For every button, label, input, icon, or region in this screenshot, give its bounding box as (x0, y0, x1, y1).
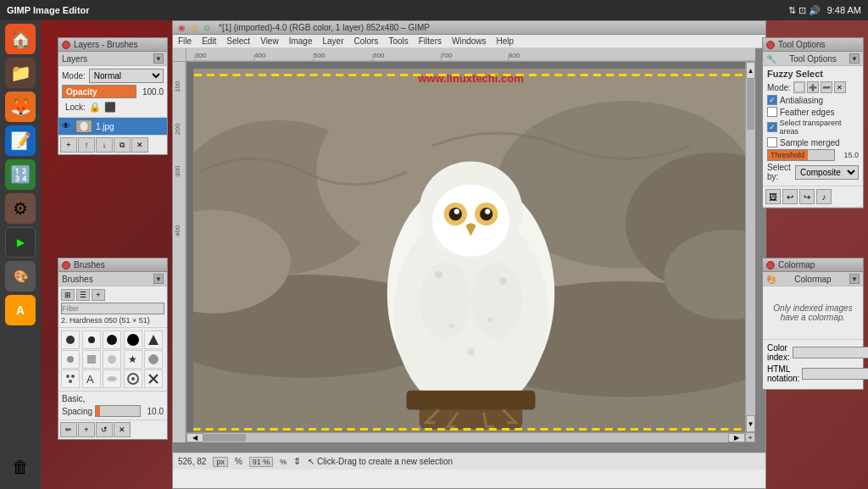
layers-menu-btn[interactable]: ▼ (153, 53, 164, 64)
brush-list-view-btn[interactable]: ☰ (76, 289, 90, 301)
scrollbar-bottom[interactable]: ◀ ▶ (186, 432, 745, 442)
brush-item[interactable] (82, 350, 101, 369)
dock-firefox[interactable]: 🦊 (5, 92, 36, 122)
lock-alpha-icon[interactable]: ⬛ (104, 102, 116, 113)
brush-item[interactable] (124, 331, 142, 349)
fuzzy-select-title: Fuzzy Select (767, 69, 859, 79)
menu-file[interactable]: File (178, 36, 192, 46)
menu-help[interactable]: Help (497, 36, 515, 46)
to-icon-2[interactable]: ↩ (782, 189, 798, 204)
dock-settings[interactable]: ⚙ (5, 193, 36, 224)
scrollbar-up-btn[interactable]: ▲ (746, 62, 755, 79)
scrollbar-horiz-thumb[interactable] (203, 434, 246, 442)
colormap-close-btn[interactable] (766, 261, 775, 270)
dock-files[interactable]: 📁 (5, 58, 36, 88)
feather-checkbox[interactable] (767, 107, 777, 117)
dock-text-editor[interactable]: 📝 (5, 125, 36, 156)
antialiasing-checkbox[interactable]: ✓ (767, 95, 777, 105)
brush-item[interactable] (61, 331, 80, 349)
image-canvas[interactable]: www.linuxtechi.com (193, 69, 748, 436)
brush-refresh-btn[interactable]: ↺ (96, 422, 113, 437)
dock-amazon[interactable]: A (5, 295, 36, 325)
duplicate-layer-btn[interactable]: ⧉ (114, 137, 131, 153)
brush-item[interactable] (144, 370, 163, 388)
brush-item[interactable] (144, 350, 163, 369)
threshold-bar[interactable]: Threshold (767, 149, 835, 161)
scrollbar-right[interactable]: ▲ ▼ (745, 62, 755, 432)
scrollbar-left-btn[interactable]: ◀ (186, 433, 203, 442)
select-by-select[interactable]: Composite Red Green Blue (795, 165, 859, 180)
dock-trash[interactable]: 🗑 (5, 452, 36, 482)
status-unit[interactable]: px (213, 457, 228, 467)
transparent-checkbox[interactable]: ✓ (767, 122, 777, 132)
brush-item[interactable] (82, 331, 101, 349)
menu-edit[interactable]: Edit (202, 36, 216, 46)
layers-close-btn[interactable] (62, 41, 70, 49)
html-notation-input[interactable] (802, 368, 868, 380)
menu-colors[interactable]: Colors (353, 36, 378, 46)
zoom-pct: % (280, 458, 287, 466)
tool-options-menu-btn[interactable]: ▼ (849, 53, 860, 64)
brush-item[interactable] (124, 370, 142, 388)
brush-item[interactable] (103, 350, 121, 369)
canvas-close-btn[interactable]: ◉ (178, 23, 186, 32)
spacing-bar[interactable] (95, 405, 141, 417)
menu-image[interactable]: Image (289, 36, 313, 46)
dock-gimp[interactable]: 🎨 (5, 261, 36, 292)
lock-pixel-icon[interactable]: 🔒 (89, 102, 101, 113)
image-viewport[interactable]: www.linuxtechi.com ▲ ▼ ◀ ▶ + (186, 62, 755, 442)
lower-layer-btn[interactable]: ↓ (96, 137, 113, 153)
menu-select[interactable]: Select (226, 36, 250, 46)
mode-replace-btn[interactable]: ⬜ (793, 81, 805, 93)
brush-item[interactable] (144, 331, 163, 349)
brushes-close-btn[interactable] (62, 261, 70, 270)
brush-item[interactable] (61, 370, 80, 388)
tool-options-close-btn[interactable] (766, 41, 775, 49)
brush-grid-view-btn[interactable]: ⊞ (61, 289, 75, 301)
menu-tools[interactable]: Tools (388, 36, 408, 46)
menu-layer[interactable]: Layer (322, 36, 343, 46)
mode-intersect-btn[interactable]: ✕ (834, 81, 846, 93)
to-icon-1[interactable]: 🖼 (765, 189, 781, 204)
brush-new-btn[interactable]: + (78, 422, 95, 437)
mode-subtract-btn[interactable]: ➖ (821, 81, 832, 93)
brush-item[interactable] (103, 331, 121, 349)
colormap-menu-btn[interactable]: ▼ (849, 274, 860, 284)
brush-item[interactable] (61, 350, 80, 369)
brush-item[interactable]: ★ (124, 350, 142, 369)
delete-layer-btn[interactable]: ✕ (131, 137, 148, 153)
layer-item[interactable]: 👁 1.jpg (58, 118, 167, 135)
brushes-menu-btn[interactable]: ▼ (153, 274, 164, 284)
menu-windows[interactable]: Windows (452, 36, 487, 46)
scrollbar-right-btn[interactable]: ▶ (728, 433, 745, 442)
sample-checkbox[interactable] (767, 137, 777, 147)
new-layer-btn[interactable]: + (60, 137, 77, 153)
raise-layer-btn[interactable]: ↑ (78, 137, 95, 153)
color-index-input[interactable] (793, 347, 868, 358)
menu-filters[interactable]: Filters (419, 36, 442, 46)
brush-item[interactable] (103, 370, 121, 388)
brush-edit-btn[interactable]: ✏ (60, 422, 77, 437)
canvas-area: 300 400 500 600 700 800 (173, 48, 765, 453)
dock-calc[interactable]: 🔢 (5, 159, 36, 190)
dock-ubuntu[interactable]: 🏠 (5, 24, 36, 54)
brush-zoom-in-btn[interactable]: + (92, 289, 105, 301)
layer-visibility-icon[interactable]: 👁 (62, 121, 72, 131)
dock-terminal[interactable]: ▶ (5, 227, 36, 258)
opacity-bar[interactable]: Opacity (62, 85, 136, 98)
mode-add-btn[interactable]: ➕ (807, 81, 819, 93)
brush-delete-btn[interactable]: ✕ (114, 422, 131, 437)
mode-select[interactable]: Normal (89, 69, 164, 83)
canvas-maximize-btn[interactable]: ⊙ (203, 23, 210, 32)
brush-item[interactable]: A (82, 370, 101, 388)
canvas-corner-btn[interactable]: + (745, 432, 755, 442)
zoom-stepper[interactable]: ⇕ (293, 456, 301, 467)
status-zoom[interactable]: 91 % (249, 457, 274, 467)
scrollbar-down-btn[interactable]: ▼ (746, 415, 755, 432)
to-icon-4[interactable]: ♪ (816, 189, 832, 204)
menu-view[interactable]: View (260, 36, 279, 46)
brushes-filter-input[interactable] (61, 303, 164, 314)
to-icon-3[interactable]: ↪ (799, 189, 815, 204)
scrollbar-thumb[interactable] (747, 79, 754, 130)
canvas-minimize-btn[interactable]: ◎ (191, 23, 198, 32)
